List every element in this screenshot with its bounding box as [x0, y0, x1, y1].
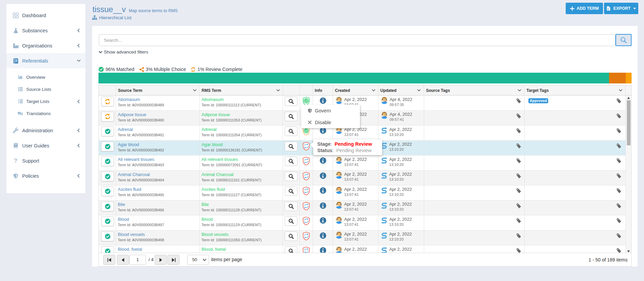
- svg-text:✱: ✱: [21, 113, 23, 115]
